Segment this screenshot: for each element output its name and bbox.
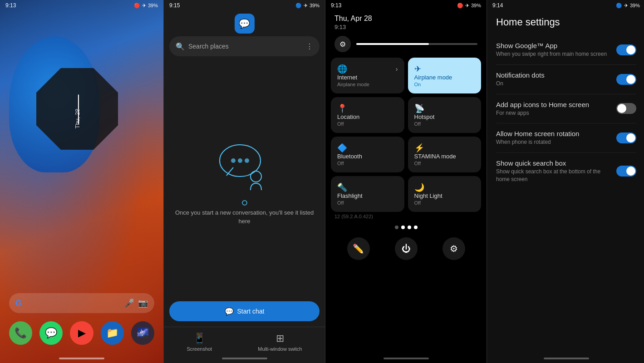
toggle-rotation[interactable] bbox=[616, 132, 636, 143]
svg-point-1 bbox=[231, 158, 236, 163]
qs-tile-location[interactable]: 📍 Location Off bbox=[331, 97, 404, 133]
toggle-search-box[interactable] bbox=[616, 166, 636, 177]
qs-tile-bluetooth[interactable]: 🔷 Bluetooth Off bbox=[331, 137, 404, 172]
hotspot-title: Hotspot bbox=[414, 113, 475, 120]
panel-quick-settings: 9:13 🔴 ✈ 39% Thu, Apr 28 9:13 ⚙ 🌐 › Inte… bbox=[325, 0, 487, 363]
status-bar-hs: 9:14 🔵 ✈ 39% bbox=[487, 0, 644, 11]
toggle-add-icons[interactable] bbox=[616, 103, 636, 114]
qs-tile-stamina[interactable]: ⚡ STAMINA mode Off bbox=[408, 137, 482, 172]
more-options-icon[interactable]: ⋮ bbox=[306, 42, 313, 51]
qs-date-text: Thu, Apr 28 bbox=[334, 15, 477, 23]
notification-icon: 🔴 bbox=[134, 3, 140, 9]
qs-tile-hotspot[interactable]: 📡 Hotspot Off bbox=[408, 97, 482, 133]
pink-dot-indicator bbox=[105, 72, 110, 76]
setting-item-add-icons: Add app icons to Home screen For new app… bbox=[496, 94, 636, 124]
android-version: 12 (59.2.A.0.422) bbox=[325, 212, 487, 221]
screenshot-nav-item[interactable]: 📱 Screenshot bbox=[187, 333, 212, 352]
start-chat-label: Start chat bbox=[237, 308, 265, 315]
camera-search-icon: 📷 bbox=[138, 298, 148, 308]
multiwindow-icon: ⊞ bbox=[276, 333, 284, 344]
internet-arrow: › bbox=[396, 65, 398, 73]
setting-sub-notif-dots: On bbox=[496, 80, 611, 88]
qs-tile-flashlight[interactable]: 🔦 Flashlight Off bbox=[331, 176, 404, 212]
edit-button[interactable]: ✏️ bbox=[347, 237, 370, 260]
start-chat-icon: 💬 bbox=[225, 307, 234, 316]
screenshot-icon: 📱 bbox=[193, 333, 206, 344]
hotspot-sub: Off bbox=[414, 121, 475, 127]
youtube-icon: ▶ bbox=[78, 327, 86, 339]
setting-title-google-app: Show Google™ App bbox=[496, 42, 611, 49]
empty-messages-svg bbox=[213, 136, 276, 208]
setting-title-rotation: Allow Home screen rotation bbox=[496, 130, 611, 137]
phone-icon: 📞 bbox=[15, 327, 27, 339]
setting-title-search-box: Show quick search box bbox=[496, 159, 611, 167]
setting-title-notif-dots: Notification dots bbox=[496, 71, 611, 79]
setting-text-google-app: Show Google™ App When you swipe right fr… bbox=[496, 42, 611, 58]
setting-sub-search-box: Show quick search box at the bottom of t… bbox=[496, 168, 611, 183]
brightness-slider[interactable] bbox=[356, 43, 477, 45]
hs-status-icons: 🔵 ✈ 39% bbox=[616, 3, 640, 9]
setting-item-search-box: Show quick search box Show quick search … bbox=[496, 153, 636, 190]
setting-title-add-icons: Add app icons to Home screen bbox=[496, 101, 611, 108]
messages-empty-text: Once you start a new conversation, you'l… bbox=[173, 208, 316, 226]
airplane-title: Airplane mode bbox=[414, 74, 475, 81]
qs-tile-internet[interactable]: 🌐 › Internet Airplane mode bbox=[331, 58, 404, 93]
toggle-thumb-rotation bbox=[626, 133, 635, 142]
qs-time-row: 9:13 bbox=[334, 23, 477, 30]
qs-tile-nightlight[interactable]: 🌙 Night Light Off bbox=[408, 176, 482, 212]
google-logo: G bbox=[15, 299, 22, 308]
stamina-sub: Off bbox=[414, 161, 475, 166]
dot-1 bbox=[395, 226, 398, 229]
qs-time-text: 9:13 bbox=[334, 24, 346, 30]
dock-app-youtube[interactable]: ▶ bbox=[70, 321, 93, 345]
messages-bottom-bar bbox=[222, 358, 267, 359]
svg-point-5 bbox=[251, 171, 261, 182]
dock-app-camera[interactable]: 🌌 bbox=[131, 321, 154, 345]
qs-airplane-icon: ✈ bbox=[465, 3, 469, 9]
messages-search-bar[interactable]: 🔍 Search places ⋮ bbox=[169, 36, 320, 56]
search-input[interactable]: Search places bbox=[188, 43, 302, 50]
hs-bottom-bar bbox=[544, 358, 589, 359]
airplane-mode-icon: ✈ bbox=[414, 64, 421, 74]
dock-app-whatsapp[interactable]: 💬 bbox=[39, 321, 63, 345]
settings-button[interactable]: ⚙ bbox=[442, 237, 465, 260]
panel-home-screen: 9:13 🔴 ✈ 39% —— Thu, 28 G 🎤 📷 📞 💬 ▶ 📁 bbox=[0, 0, 163, 363]
setting-text-rotation: Allow Home screen rotation When phone is… bbox=[496, 130, 611, 146]
panel-messages: 9:15 🔵 ✈ 39% 💬 🔍 Search places ⋮ bbox=[164, 0, 325, 363]
panel-home-settings: 9:14 🔵 ✈ 39% Home settings Show Google™ … bbox=[487, 0, 644, 363]
qs-tile-airplane[interactable]: ✈ Airplane mode On bbox=[408, 58, 482, 93]
battery-indicator: 39% bbox=[148, 3, 158, 8]
qs-time: 9:13 bbox=[331, 2, 341, 9]
start-chat-button[interactable]: 💬 Start chat bbox=[169, 301, 320, 321]
toggle-thumb-notif-dots bbox=[626, 75, 635, 84]
setting-sub-google-app: When you swipe right from main home scre… bbox=[496, 50, 611, 58]
qs-status-icons: 🔴 ✈ 39% bbox=[457, 3, 481, 9]
gear-icon: ⚙ bbox=[450, 243, 458, 254]
bluetooth-icon: 🔷 bbox=[337, 143, 347, 153]
dot-4 bbox=[414, 226, 418, 229]
octagon-shape: —— Thu, 28 bbox=[36, 68, 118, 150]
location-icon: 📍 bbox=[337, 103, 347, 113]
airplane-icon: ✈ bbox=[142, 3, 146, 9]
svg-point-2 bbox=[238, 158, 242, 163]
setting-item-google-app: Show Google™ App When you swipe right fr… bbox=[496, 35, 636, 65]
power-button[interactable]: ⏻ bbox=[395, 237, 418, 260]
hs-airplane-icon: ✈ bbox=[624, 3, 628, 9]
hs-notif-icon: 🔵 bbox=[616, 3, 622, 9]
dock-app-phone[interactable]: 📞 bbox=[9, 321, 32, 345]
svg-point-3 bbox=[245, 158, 249, 163]
home-settings-title: Home settings bbox=[496, 16, 636, 28]
hotspot-icon: 📡 bbox=[414, 103, 424, 113]
pencil-icon: ✏️ bbox=[353, 243, 364, 254]
quick-settings-tiles: 🌐 › Internet Airplane mode ✈ Airplane mo… bbox=[325, 58, 487, 212]
toggle-google-app[interactable] bbox=[616, 44, 636, 55]
flashlight-icon: 🔦 bbox=[337, 182, 347, 192]
settings-icon[interactable]: ⚙ bbox=[334, 36, 351, 52]
home-bottom-bar bbox=[59, 358, 104, 359]
home-search-bar[interactable]: G 🎤 📷 bbox=[9, 293, 154, 313]
msg-bell-icon: 🔵 bbox=[295, 3, 302, 9]
toggle-notif-dots[interactable] bbox=[616, 74, 636, 85]
multiwindow-nav-item[interactable]: ⊞ Multi-window switch bbox=[258, 333, 302, 352]
page-dots bbox=[325, 221, 487, 234]
dock-app-files[interactable]: 📁 bbox=[101, 321, 124, 345]
